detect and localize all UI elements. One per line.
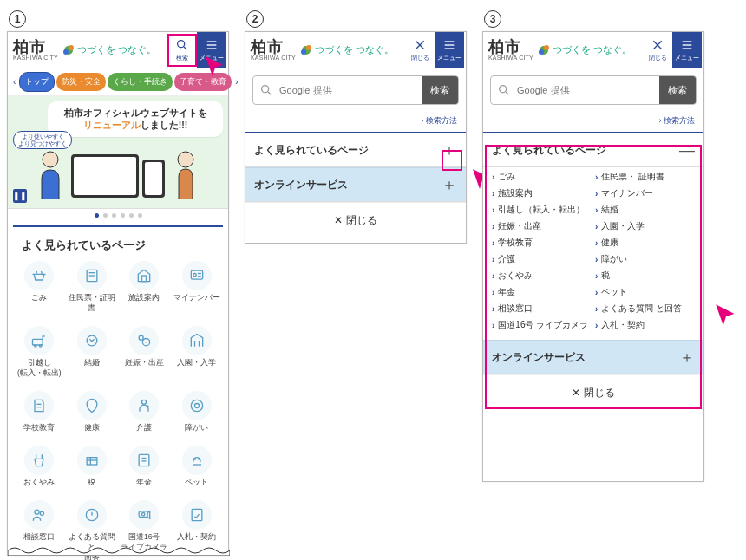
close-button[interactable]: 閉じる [643, 32, 672, 68]
svg-point-40 [41, 511, 44, 515]
search-bar: 検索 [252, 75, 459, 105]
popular-item-label: ごみ [31, 293, 47, 303]
logo[interactable]: 柏市 KASHIWA CITY つづくを つなぐ。 [251, 39, 405, 61]
tagline: つづくを つなぐ。 [537, 43, 631, 57]
step-badge-3: 3 [484, 10, 501, 28]
popular-item[interactable]: 障がい [171, 388, 224, 436]
tagline: つづくを つなぐ。 [62, 43, 156, 57]
category-icon [129, 326, 159, 355]
popular-item-label: ペット [185, 478, 208, 488]
search-icon [491, 76, 517, 104]
search-method-link[interactable]: › 検索方法 [483, 112, 703, 132]
search-go[interactable]: 検索 [659, 76, 696, 104]
popular-item-label: 相談窓口 [23, 532, 55, 543]
hamburger-icon [442, 38, 456, 52]
svg-line-54 [268, 92, 271, 94]
popular-item-label: 施設案内 [128, 293, 160, 303]
category-icon [77, 391, 107, 420]
popular-item[interactable]: 住民票・証明書 [66, 258, 119, 316]
popular-item-label: 入園・入学 [177, 358, 216, 368]
category-icon [24, 326, 54, 355]
popular-item[interactable]: 引越し(転入・転出) [13, 323, 66, 381]
accordion-online[interactable]: オンラインサービス ＋ [245, 167, 466, 202]
svg-point-28 [142, 400, 147, 404]
hamburger-icon [680, 38, 694, 52]
accordion-popular[interactable]: よく見られているページ ＋ [245, 132, 466, 167]
highlight-list [485, 145, 702, 409]
popular-item-label: 引越し(転入・転出) [17, 358, 62, 379]
city-name: 柏市 [488, 39, 533, 55]
svg-point-20 [40, 345, 43, 348]
popular-item-label: 年金 [136, 478, 152, 488]
search-method-link[interactable]: › 検索方法 [245, 112, 466, 132]
category-icon [182, 391, 212, 420]
category-icon [129, 500, 159, 530]
close-icon [413, 38, 427, 52]
svg-point-30 [194, 404, 199, 408]
svg-point-29 [191, 400, 202, 411]
category-icon [24, 391, 54, 420]
hero-banner[interactable]: 柏市オフィシャルウェブサイトを リニューアルしました!!! より使いやすくより見… [8, 96, 228, 209]
svg-point-39 [35, 510, 39, 514]
popular-item[interactable]: 妊娠・出産 [118, 323, 171, 381]
search-input[interactable] [517, 76, 659, 104]
svg-point-19 [35, 345, 37, 348]
menu-button[interactable]: メニュー [672, 32, 702, 68]
logo[interactable]: 柏市 KASHIWA CITY つづくを つなぐ。 [13, 39, 167, 61]
popular-item[interactable]: 学校教育 [13, 388, 66, 436]
menu-button[interactable]: メニュー [435, 32, 464, 68]
popular-item-label: 住民票・証明書 [66, 293, 119, 314]
close-button[interactable]: 閉じる [405, 32, 435, 68]
search-area: 検索 [245, 68, 466, 112]
popular-item[interactable]: 施設案内 [118, 258, 171, 316]
category-icon [77, 446, 107, 475]
phone-screen-3: 柏市 KASHIWA CITY つづくを つなぐ。 閉じる メニュー [482, 31, 704, 482]
logo[interactable]: 柏市 KASHIWA CITY つづくを つなぐ。 [488, 39, 643, 61]
popular-item[interactable]: 年金 [118, 443, 171, 491]
nav-next[interactable]: › [233, 77, 239, 87]
popular-item[interactable]: おくやみ [13, 443, 66, 491]
popular-title: よく見られているページ [13, 225, 223, 258]
nav-prev[interactable]: ‹ [11, 77, 17, 87]
carousel-pause[interactable]: ❚❚ [13, 189, 27, 203]
city-name-en: KASHIWA CITY [488, 55, 533, 61]
svg-rect-31 [87, 458, 97, 465]
search-bar: 検索 [490, 75, 697, 105]
popular-item[interactable]: 健康 [66, 388, 119, 436]
popular-item[interactable]: 入園・入学 [171, 323, 224, 381]
tab-top[interactable]: トップ [19, 72, 55, 92]
tab-safety[interactable]: 防災・安全 [56, 73, 106, 91]
svg-line-64 [506, 92, 508, 94]
popular-item[interactable]: ごみ [13, 258, 66, 316]
svg-point-56 [544, 45, 549, 50]
carousel-dots[interactable] [8, 209, 228, 221]
popular-item-label: 健康 [84, 423, 100, 433]
page-cut-wave [8, 545, 230, 556]
svg-rect-44 [192, 509, 202, 520]
svg-point-57 [539, 49, 544, 55]
category-icon [77, 500, 107, 530]
category-icon [129, 446, 159, 475]
category-icon [182, 261, 212, 290]
popular-item-label: 学校教育 [23, 423, 55, 433]
popular-item[interactable]: ペット [171, 443, 224, 491]
search-input[interactable] [279, 76, 422, 104]
svg-point-22 [139, 335, 143, 340]
city-name: 柏市 [13, 39, 58, 55]
svg-point-47 [301, 49, 306, 55]
hero-illustration [8, 147, 228, 206]
category-icon [129, 261, 159, 290]
close-panel-row[interactable]: ✕ 閉じる [245, 202, 466, 238]
popular-item-label: 税 [88, 478, 95, 488]
category-icon [182, 446, 212, 475]
popular-item[interactable]: マイナンバー [171, 258, 224, 316]
popular-item-label: 妊娠・出産 [125, 358, 164, 368]
popular-item[interactable]: 結婚 [66, 323, 119, 381]
tab-life[interactable]: くらし・手続き [108, 73, 173, 91]
popular-item[interactable]: 介護 [118, 388, 171, 436]
popular-item[interactable]: 税 [66, 443, 119, 491]
svg-point-63 [500, 86, 507, 93]
highlight-search [167, 34, 197, 67]
search-go[interactable]: 検索 [422, 76, 458, 104]
popular-item-label: 入札・契約 [177, 532, 216, 543]
